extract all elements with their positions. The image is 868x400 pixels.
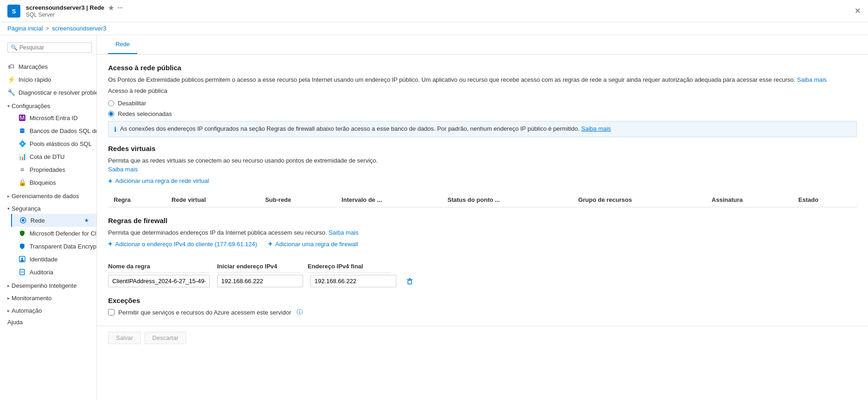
rule-name-input[interactable]	[108, 275, 210, 287]
sidebar-group-seguranca[interactable]: ▾ Segurança	[0, 201, 97, 214]
chevron-down-icon: ▾	[7, 103, 10, 109]
breadcrumb-current[interactable]: screensoundserver3	[52, 25, 106, 32]
add-virtual-network-link[interactable]: + Adicionar uma regra de rede virtual	[108, 177, 857, 185]
radio-redes-selecionadas-input[interactable]	[108, 111, 114, 117]
public-access-desc-text: Os Pontos de Extremidade públicos permit…	[108, 76, 795, 83]
sidebar-group-monitoramento[interactable]: ▸ Monitoramento	[0, 291, 97, 303]
start-ip-input[interactable]	[217, 275, 303, 287]
more-options-icon[interactable]: ···	[118, 4, 123, 12]
content-body: Acesso à rede pública Os Pontos de Extre…	[97, 55, 868, 326]
audit-icon	[18, 268, 26, 276]
sidebar-label-inicio-rapido: Início rápido	[18, 76, 51, 83]
public-access-label: Acesso à rede pública	[108, 87, 857, 94]
exceptions-info-icon[interactable]: ⓘ	[297, 308, 303, 316]
firewall-saiba-mais-link[interactable]: Saiba mais	[328, 229, 358, 236]
chevron-right-monitoramento-icon: ▸	[7, 296, 10, 301]
sidebar-group-label-automacao: Automação	[12, 307, 42, 314]
search-icon: 🔍	[11, 44, 18, 51]
public-access-desc: Os Pontos de Extremidade públicos permit…	[108, 75, 857, 85]
sidebar-item-pools-elasticos[interactable]: 💠 Pools elásticos do SQL	[11, 137, 97, 150]
add-rule-plus-icon: +	[268, 240, 273, 248]
sidebar-item-transparent-data[interactable]: Transparent Data Encryption	[11, 240, 97, 253]
add-firewall-rule-link[interactable]: + Adicionar uma regra de firewall	[268, 240, 358, 248]
tab-rede[interactable]: Rede	[108, 35, 137, 54]
search-input[interactable]	[19, 44, 89, 51]
server-title: screensoundserver3 | Rede ★ ···	[26, 4, 123, 12]
title-group: screensoundserver3 | Rede ★ ··· SQL Serv…	[26, 4, 123, 18]
discard-button[interactable]: Descartar	[145, 332, 186, 344]
col-estado: Estado	[793, 193, 857, 207]
favorite-star-icon[interactable]: ★	[108, 4, 114, 12]
breadcrumb-home[interactable]: Página inicial	[7, 25, 43, 32]
rede-favorite-icon[interactable]: ★	[84, 217, 89, 224]
col-rede-virtual: Rede virtual	[166, 193, 260, 207]
save-button[interactable]: Salvar	[108, 332, 141, 344]
chevron-right-icon: ▸	[7, 194, 10, 199]
sidebar-label-bancos-de-dados: Bancos de Dados SQL do Azure	[30, 127, 97, 134]
end-ip-input[interactable]	[310, 275, 396, 287]
svg-point-10	[21, 258, 23, 260]
close-button[interactable]: ✕	[855, 6, 861, 15]
sidebar-item-bancos-de-dados[interactable]: Bancos de Dados SQL do Azure	[11, 124, 97, 137]
sidebar-item-bloqueios[interactable]: 🔒 Bloqueios	[11, 176, 97, 189]
network-icon	[19, 217, 27, 224]
end-ip-group	[310, 275, 396, 287]
sidebar-group-desempenho[interactable]: ▸ Desempenho Inteligente	[0, 279, 97, 291]
database-icon	[18, 127, 26, 134]
diagnose-icon: 🔧	[7, 89, 15, 96]
add-client-ip-link[interactable]: + Adicionar o endereço IPv4 do cliente (…	[108, 240, 257, 248]
sidebar-item-marcacoes[interactable]: 🏷 Marcações	[0, 60, 97, 73]
sidebar-item-identidade[interactable]: Identidade	[11, 253, 97, 266]
sidebar-label-rede: Rede	[30, 217, 45, 224]
sidebar-label-auditoria: Auditoria	[30, 269, 53, 276]
sidebar-group-label-configuracoes: Configurações	[12, 103, 50, 109]
sidebar-item-microsoft-entra[interactable]: M Microsoft Entra ID	[11, 111, 97, 124]
search-box[interactable]: 🔍	[7, 42, 92, 53]
sidebar-group-gerenciamento[interactable]: ▸ Gerenciamento de dados	[0, 189, 97, 201]
sidebar-item-rede[interactable]: Rede ★	[11, 214, 97, 227]
add-client-ip-label: Adicionar o endereço IPv4 do cliente (17…	[115, 241, 257, 248]
lock-icon: 🔒	[18, 179, 26, 186]
main-layout: 🔍 《 🏷 Marcações ⚡ Início rápido 🔧 Diagno…	[0, 35, 868, 400]
sidebar-group-configuracoes[interactable]: ▾ Configurações	[0, 99, 97, 111]
radio-desabilitar-label: Desabilitar	[118, 100, 146, 107]
svg-text:S: S	[12, 8, 16, 15]
sidebar-label-transparent-data: Transparent Data Encryption	[30, 243, 97, 250]
info-saiba-mais-link[interactable]: Saiba mais	[581, 125, 611, 132]
quickstart-icon: ⚡	[7, 76, 15, 83]
sidebar-label-diagnosticar: Diagnosticar e resolver problemas	[18, 89, 97, 96]
top-bar: S screensoundserver3 | Rede ★ ··· SQL Se…	[0, 0, 868, 22]
public-access-saiba-mais-link[interactable]: Saiba mais	[797, 76, 826, 83]
sidebar-item-auditoria[interactable]: Auditoria	[11, 266, 97, 279]
allow-azure-label: Permitir que serviços e recursos do Azur…	[118, 309, 291, 316]
start-ip-group	[217, 275, 303, 287]
sidebar-label-ajuda: Ajuda	[7, 319, 23, 326]
sidebar-label-propriedades: Propriedades	[30, 166, 65, 173]
firewall-section: Regras de firewall Permita que determina…	[108, 217, 857, 288]
add-ip-plus-icon: +	[108, 240, 112, 248]
plus-icon: +	[108, 177, 112, 185]
access-radio-group: Desabilitar Redes selecionadas	[108, 100, 857, 117]
col-sub-rede: Sub-rede	[260, 193, 336, 207]
allow-azure-checkbox[interactable]	[108, 309, 115, 315]
tde-icon	[18, 242, 26, 250]
content-area: Rede Acesso à rede pública Os Pontos de …	[97, 35, 868, 400]
add-firewall-rule-label: Adicionar uma regra de firewall	[275, 241, 358, 248]
sidebar-group-automacao[interactable]: ▸ Automação	[0, 303, 97, 316]
sidebar-item-ajuda[interactable]: Ajuda	[0, 316, 97, 328]
sidebar-item-diagnosticar[interactable]: 🔧 Diagnosticar e resolver problemas	[0, 86, 97, 99]
sidebar-item-cota-dtu[interactable]: 📊 Cota de DTU	[11, 150, 97, 163]
radio-desabilitar-input[interactable]	[108, 100, 114, 106]
info-circle-icon: ℹ	[114, 126, 116, 133]
info-box-text: As conexões dos endereços IP configurado…	[120, 125, 611, 132]
virtual-networks-saiba-mais-link[interactable]: Saiba mais	[108, 166, 138, 173]
firewall-col-end-ip: Endereço IPv4 final	[308, 263, 391, 273]
server-subtitle: SQL Server	[26, 12, 123, 18]
sidebar-item-microsoft-defender[interactable]: Microsoft Defender for Cloud	[11, 227, 97, 240]
allow-azure-checkbox-row: Permitir que serviços e recursos do Azur…	[108, 308, 857, 316]
delete-rule-button[interactable]	[404, 275, 416, 287]
breadcrumb: Página inicial > screensoundserver3	[0, 22, 868, 35]
sidebar-group-label-gerenciamento: Gerenciamento de dados	[12, 193, 79, 200]
sidebar-item-propriedades[interactable]: ≡ Propriedades	[11, 163, 97, 176]
sidebar-item-inicio-rapido[interactable]: ⚡ Início rápido	[0, 73, 97, 86]
